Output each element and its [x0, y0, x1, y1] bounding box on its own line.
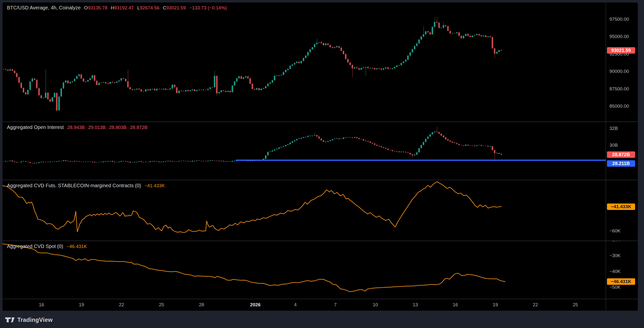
candle-body — [400, 152, 402, 152]
candle-body — [414, 154, 415, 156]
open-interest-pane[interactable] — [2, 122, 606, 180]
candle-body — [374, 68, 375, 70]
candle-body — [134, 162, 135, 162]
candle-body — [452, 33, 453, 34]
cvd-spot-pane[interactable] — [2, 241, 606, 299]
candle-body — [427, 31, 429, 32]
candle-body — [80, 162, 82, 162]
candle-body — [323, 43, 324, 45]
cvd_spot-tick-label: −50K — [610, 284, 620, 290]
candle-body — [316, 43, 318, 44]
candle-body — [490, 36, 491, 37]
candle-body — [325, 142, 326, 142]
candle-body — [12, 160, 13, 161]
chart-frame: BTC/USD Average, 4h, Coinalyze O93135.78… — [2, 2, 638, 311]
candle-body — [120, 78, 122, 80]
candle-body — [500, 50, 502, 51]
cvd-futures-pane[interactable] — [2, 180, 606, 240]
candle-body — [107, 161, 109, 162]
candle-body — [265, 86, 266, 88]
candle-body — [254, 89, 255, 90]
candle-body — [427, 136, 429, 139]
candle-body — [272, 150, 273, 152]
tradingview-logo[interactable]: TradingView — [5, 316, 52, 323]
candle-body — [132, 162, 133, 163]
candle-body — [192, 90, 193, 90]
candle-body — [318, 136, 320, 138]
cvd-futures-title: Aggregated CVD Futs. STABLECOIN-margined… — [7, 183, 141, 188]
candle-body — [283, 146, 284, 147]
candle-body — [383, 68, 384, 70]
candle-body — [472, 146, 473, 146]
candle-body — [425, 139, 426, 142]
candle-body — [112, 161, 113, 162]
candle-body — [385, 68, 386, 68]
candle-body — [350, 62, 351, 65]
candle-body — [5, 161, 6, 162]
candle-body — [310, 136, 311, 136]
candle-body — [360, 139, 362, 140]
price-tick-label: 85000.00 — [610, 104, 629, 109]
price-price-badge: 93021.59 — [607, 47, 635, 54]
candle-body — [87, 162, 89, 162]
cvd_spot-scale-segment[interactable]: −20K−30K−40K−50K−46.431K — [606, 241, 638, 299]
candle-body — [12, 70, 13, 71]
candle-body — [114, 82, 115, 83]
candle-body — [496, 52, 498, 54]
candle-body — [296, 139, 298, 140]
candle-body — [265, 155, 266, 159]
pane-separator[interactable] — [2, 122, 638, 122]
candle-body — [52, 97, 53, 102]
pane-separator[interactable] — [2, 180, 638, 180]
candle-body — [278, 75, 280, 76]
candle-body — [178, 161, 180, 162]
candle-body — [500, 154, 502, 154]
cvd_futures-legend-value: −41.433K — [144, 183, 165, 188]
candle-body — [198, 90, 200, 90]
candle-body — [372, 68, 373, 68]
candle-body — [194, 161, 195, 161]
price-legend-value: H93192.47 — [111, 5, 134, 10]
candle-body — [390, 150, 391, 150]
candle-body — [203, 90, 204, 90]
candle-body — [470, 36, 471, 37]
candle-body — [78, 161, 80, 162]
candle-body — [285, 70, 286, 72]
candle-body — [410, 52, 411, 56]
candle-body — [154, 89, 155, 90]
candle-body — [227, 161, 229, 162]
candle-body — [36, 163, 38, 163]
candle-body — [23, 161, 24, 162]
candle-body — [136, 89, 138, 90]
candle-body — [478, 145, 480, 146]
candle-body — [445, 137, 446, 139]
candle-body — [276, 149, 278, 150]
candle-body — [358, 138, 360, 139]
candle-body — [465, 34, 466, 36]
candle-body — [25, 161, 26, 162]
time-scale[interactable]: 1619222528202647101316192225 — [2, 299, 606, 311]
candle-body — [365, 67, 366, 68]
candle-body — [480, 145, 482, 146]
price-pane[interactable] — [2, 2, 606, 122]
open_interest-legend-value: 28.803B — [109, 125, 127, 130]
cvd_futures-scale-segment[interactable]: −60K−41.433K — [606, 180, 638, 240]
candle-body — [456, 143, 458, 144]
candle-body — [418, 148, 420, 152]
candle-body — [492, 146, 493, 150]
candle-body — [243, 77, 244, 79]
cvd_futures-line — [2, 182, 501, 232]
time-tick-label: 16 — [39, 302, 44, 308]
pane-separator[interactable] — [2, 240, 638, 241]
candle-body — [223, 161, 224, 161]
open_interest-scale-segment[interactable]: 32B30B28.872B28.211B — [606, 122, 638, 180]
candle-body — [174, 162, 175, 162]
candle-body — [300, 138, 302, 138]
candle-body — [440, 134, 442, 136]
candle-body — [407, 152, 409, 153]
candle-body — [134, 90, 135, 90]
candle-body — [183, 91, 184, 92]
candle-body — [47, 92, 49, 99]
candle-body — [20, 83, 22, 88]
price-scale-segment[interactable]: 97500.0095000.0092500.0090000.0087500.00… — [606, 2, 638, 122]
